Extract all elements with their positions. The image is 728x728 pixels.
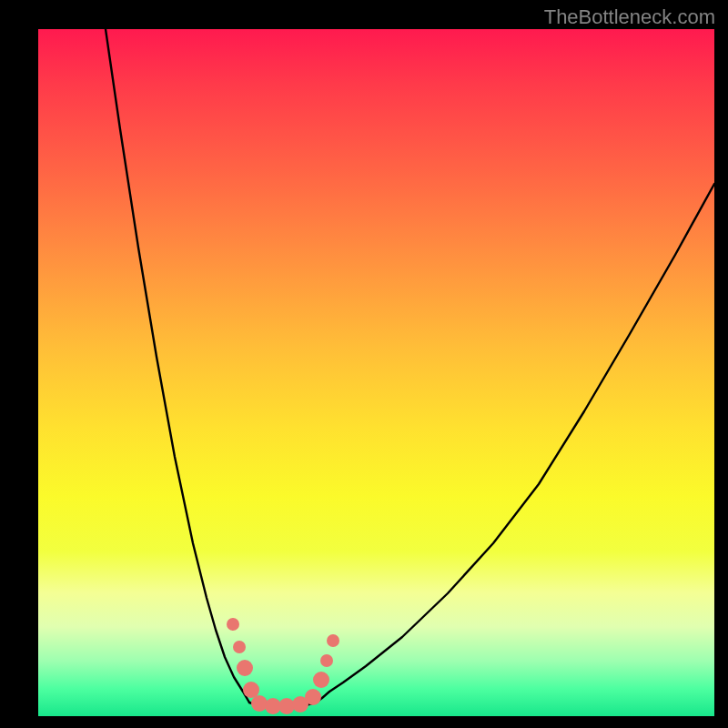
- valley-marker: [227, 618, 239, 631]
- chart-svg: [38, 29, 714, 716]
- watermark-text: TheBottleneck.com: [544, 5, 715, 29]
- curve-right-branch: [316, 184, 714, 703]
- plot-area: [38, 29, 714, 716]
- valley-marker: [243, 682, 259, 698]
- valley-marker: [327, 634, 339, 647]
- valley-marker: [305, 689, 321, 705]
- valley-marker: [251, 695, 268, 712]
- valley-marker: [233, 641, 246, 653]
- valley-marker: [237, 660, 253, 676]
- valley-marker: [320, 654, 333, 667]
- marker-layer: [227, 618, 339, 714]
- valley-marker: [313, 672, 329, 688]
- curve-layer: [106, 29, 714, 708]
- curve-left-branch: [106, 29, 249, 703]
